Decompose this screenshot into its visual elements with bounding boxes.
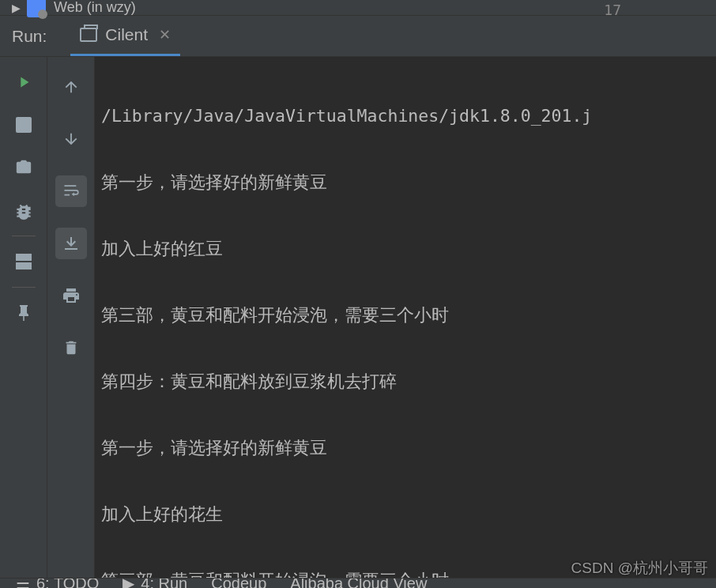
console-line: 第三部，黄豆和配料开始浸泡，需要三个小时 (101, 299, 710, 332)
scroll-to-end-button[interactable] (55, 228, 87, 259)
pin-tab-button[interactable] (13, 302, 35, 324)
soft-wrap-button[interactable] (55, 175, 87, 207)
todo-tool-button[interactable]: ☰ 6: TODO (16, 578, 99, 588)
run-tool-window-header: Run: Cilent ✕ (0, 16, 716, 57)
console-line: 第四步：黄豆和配料放到豆浆机去打碎 (101, 365, 710, 398)
console-actions-toolbar (47, 57, 95, 578)
close-tab-icon[interactable]: ✕ (159, 26, 171, 43)
status-bar: ☰ 6: TODO ▶ 4: Run Codeup Alibaba Cloud … (0, 578, 716, 588)
console-output[interactable]: /Library/Java/JavaVirtualMachines/jdk1.8… (95, 57, 716, 578)
console-line: 加入上好的红豆 (101, 232, 710, 266)
play-icon: ▶ (122, 578, 134, 588)
alibaba-cloud-button[interactable]: Alibaba Cloud View (290, 578, 427, 588)
toolbar-divider (12, 236, 36, 236)
clear-all-button[interactable] (55, 332, 87, 364)
line-number: 17 (604, 2, 621, 18)
run-tool-window-body: /Library/Java/JavaVirtualMachines/jdk1.8… (0, 57, 716, 578)
dump-threads-button[interactable] (13, 156, 35, 179)
rerun-button[interactable] (13, 71, 35, 93)
application-icon (80, 28, 97, 42)
console-line: 加入上好的花生 (101, 498, 710, 531)
print-button[interactable] (55, 280, 87, 311)
web-module-icon (27, 0, 46, 17)
run-label: Run: (12, 27, 47, 46)
scroll-up-button[interactable] (55, 71, 87, 103)
top-project-bar: ▶ Web (in wzy) 17 (0, 0, 716, 16)
todo-icon: ☰ (16, 578, 30, 588)
run-tool-button[interactable]: ▶ 4: Run (122, 578, 187, 588)
console-line: 第一步，请选择好的新鲜黄豆 (101, 166, 710, 199)
attach-debugger-button[interactable] (13, 199, 35, 221)
console-line: /Library/Java/JavaVirtualMachines/jdk1.8… (101, 100, 710, 133)
codeup-tool-button[interactable]: Codeup (211, 578, 266, 588)
stop-button[interactable] (13, 114, 35, 136)
project-name: Web (in wzy) (54, 0, 136, 16)
console-line: 第一步，请选择好的新鲜黄豆 (101, 432, 710, 465)
csdn-watermark: CSDN @杭州小哥哥 (571, 558, 708, 579)
layout-settings-button[interactable] (13, 251, 35, 273)
run-dropdown-icon[interactable]: ▶ (12, 2, 21, 14)
scroll-down-button[interactable] (55, 123, 87, 155)
run-actions-toolbar (0, 57, 47, 578)
toolbar-divider (12, 287, 36, 288)
tab-title: Cilent (105, 25, 148, 44)
run-config-tab[interactable]: Cilent ✕ (70, 16, 180, 56)
